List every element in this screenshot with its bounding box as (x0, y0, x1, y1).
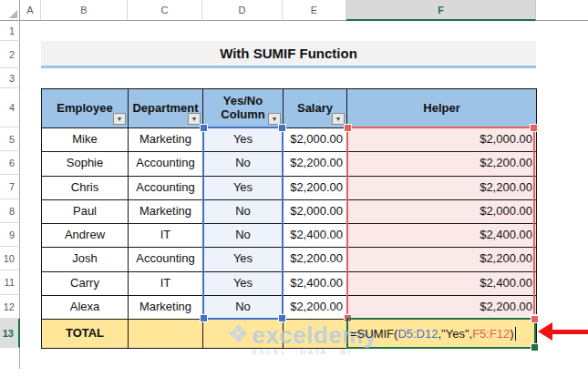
range-handle[interactable] (345, 125, 351, 131)
annotation-arrow-tail (552, 330, 588, 334)
range-handle[interactable] (201, 125, 207, 131)
select-all-triangle-icon (9, 10, 17, 18)
cell-yesno[interactable]: Yes (203, 128, 284, 152)
cell-helper[interactable]: $2,200.00 (347, 177, 537, 200)
formula-suffix: ) (510, 327, 513, 341)
column-header-b[interactable]: B (41, 0, 128, 21)
cell-department[interactable]: Marketing (129, 296, 203, 320)
row-header-8[interactable]: 8 (0, 199, 20, 223)
row-header-10[interactable]: 10 (0, 247, 20, 270)
header-cell-department[interactable]: Department ▾ (129, 89, 203, 128)
cell-helper[interactable]: $2,200.00 (347, 248, 537, 271)
cell-yesno[interactable]: No (203, 224, 284, 248)
column-header-d[interactable]: D (202, 0, 283, 21)
row-header-13-selected[interactable]: 13 (0, 319, 20, 348)
cell-employee[interactable]: Alexa (42, 296, 129, 320)
cell-employee[interactable]: Sophie (42, 152, 129, 176)
row-header-12[interactable]: 12 (0, 295, 20, 319)
cell-yesno[interactable]: No (203, 296, 284, 320)
cell-department[interactable]: Marketing (129, 128, 203, 152)
cell-helper[interactable]: $2,200.00 (347, 152, 537, 176)
cell-yesno[interactable]: No (203, 200, 284, 224)
watermark-tagline: EXCEL · DATA · BI (252, 348, 352, 356)
row-header-1[interactable]: 1 (0, 21, 20, 41)
header-cell-employee[interactable]: Employee ▾ (42, 89, 129, 128)
range-handle[interactable] (279, 315, 285, 321)
fill-handle[interactable] (531, 344, 538, 351)
cell-helper[interactable]: $2,000.00 (347, 128, 537, 152)
cell-salary[interactable]: $2,200.00 (284, 177, 347, 200)
cell-department[interactable]: IT (129, 224, 203, 248)
formula-text[interactable]: =SUMIF(D5:D12,"Yes",F5:F12) (350, 321, 516, 346)
total-empty-cell[interactable] (203, 320, 284, 349)
header-label: Employee (57, 102, 112, 116)
range-handle[interactable] (531, 316, 538, 322)
row-header-4[interactable]: 4 (0, 88, 20, 127)
title-banner[interactable]: With SUMIF Function (41, 41, 536, 68)
range-handle[interactable] (279, 125, 285, 131)
chevron-down-icon: ▾ (118, 116, 121, 123)
total-label-cell[interactable]: TOTAL (42, 320, 129, 349)
cell-salary[interactable]: $2,400.00 (284, 224, 347, 248)
cell-department[interactable]: Accounting (129, 177, 203, 200)
cell-salary[interactable]: $2,400.00 (284, 272, 347, 296)
cell-department[interactable]: Accounting (129, 152, 203, 176)
cell-salary[interactable]: $2,200.00 (284, 296, 347, 320)
row-header-9[interactable]: 9 (0, 223, 20, 247)
cell-helper[interactable]: $2,400.00 (347, 224, 537, 248)
cell-salary[interactable]: $2,000.00 (284, 200, 347, 224)
cell-employee[interactable]: Paul (42, 200, 129, 224)
formula-criteria-range: D5:D12 (397, 327, 438, 341)
cell-department[interactable]: Marketing (129, 200, 203, 224)
select-all-corner[interactable] (0, 0, 20, 21)
row-header-7[interactable]: 7 (0, 175, 20, 199)
column-header-e[interactable]: E (283, 0, 346, 21)
row-header-divider (19, 348, 20, 369)
total-empty-cell[interactable] (129, 320, 203, 349)
total-empty-cell[interactable] (284, 320, 347, 349)
cell-helper[interactable]: $2,000.00 (347, 200, 537, 224)
cell-yesno[interactable]: Yes (203, 272, 284, 296)
cell-helper[interactable]: $2,200.00 (347, 296, 537, 320)
formula-middle: ,"Yes", (438, 327, 472, 341)
cell-helper[interactable]: $2,400.00 (347, 272, 537, 296)
row-header-11[interactable]: 11 (0, 270, 20, 295)
row-header-6[interactable]: 6 (0, 151, 20, 175)
filter-dropdown-button[interactable]: ▾ (188, 113, 201, 125)
cell-employee[interactable]: Josh (42, 248, 129, 271)
header-label: Helper (423, 102, 459, 116)
header-cell-yesno[interactable]: Yes/No Column ▾ (203, 89, 284, 128)
column-header-c[interactable]: C (128, 0, 202, 21)
column-header-f-selected[interactable]: F (346, 0, 536, 21)
filter-dropdown-button[interactable]: ▾ (113, 113, 126, 125)
formula-prefix: =SUMIF( (350, 327, 397, 341)
chevron-down-icon: ▾ (192, 116, 196, 123)
column-header-a[interactable]: A (20, 0, 41, 21)
header-cell-salary[interactable]: Salary ▾ (284, 89, 347, 128)
cell-department[interactable]: IT (129, 272, 203, 296)
cell-department[interactable]: Accounting (129, 248, 203, 271)
range-handle[interactable] (531, 125, 537, 131)
header-label: Salary (297, 102, 333, 116)
row-header-2[interactable]: 2 (0, 41, 20, 68)
cell-employee[interactable]: Mike (42, 128, 129, 152)
chevron-down-icon: ▾ (273, 116, 276, 123)
annotation-arrow-head-icon (538, 322, 552, 341)
column-header-g-partial[interactable] (536, 0, 588, 21)
chevron-down-icon: ▾ (336, 116, 340, 123)
cell-salary[interactable]: $2,000.00 (284, 128, 347, 152)
cell-yesno[interactable]: Yes (203, 248, 284, 271)
cell-employee[interactable]: Carry (42, 272, 129, 296)
cell-employee[interactable]: Chris (42, 177, 129, 200)
cell-employee[interactable]: Andrew (42, 224, 129, 248)
range-handle[interactable] (201, 315, 207, 321)
filter-dropdown-button[interactable]: ▾ (268, 113, 281, 125)
cell-salary[interactable]: $2,200.00 (284, 152, 347, 176)
cell-salary[interactable]: $2,200.00 (284, 248, 347, 271)
header-cell-helper[interactable]: Helper (347, 89, 537, 128)
row-header-3[interactable]: 3 (0, 68, 20, 88)
cell-yesno[interactable]: Yes (203, 177, 284, 200)
filter-dropdown-button[interactable]: ▾ (332, 113, 345, 125)
row-header-5[interactable]: 5 (0, 127, 20, 151)
cell-yesno[interactable]: No (203, 152, 284, 176)
